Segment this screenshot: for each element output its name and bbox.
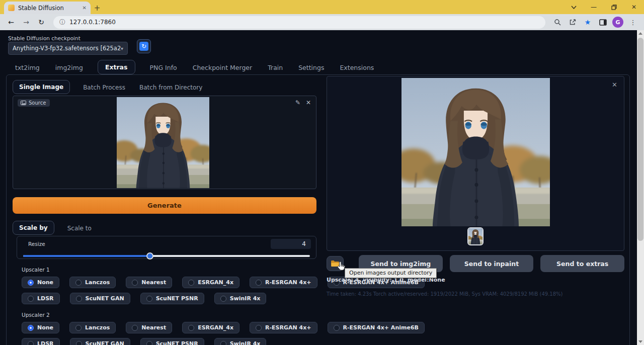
tab-img2img[interactable]: img2img [54, 61, 84, 74]
radio-icon [75, 280, 82, 286]
radio-icon [146, 296, 152, 302]
share-icon[interactable] [567, 16, 579, 28]
upscaler2-option-scunet-psnr[interactable]: ScuNET PSNR [140, 338, 204, 345]
slider-thumb[interactable] [146, 252, 153, 260]
send-to-inpaint-button[interactable]: Send to inpaint [450, 255, 534, 272]
folder-tooltip: Open images output directory [345, 268, 437, 278]
checkpoint-label: Stable Diffusion checkpoint [8, 35, 80, 41]
zoom-icon[interactable] [551, 16, 564, 28]
window-controls: — ✕ [564, 0, 644, 14]
tab-list-chevron-icon[interactable] [564, 0, 584, 14]
thumbnail-strip [327, 227, 624, 245]
input-mode-tabs: Single Image Batch Process Batch from Di… [13, 79, 316, 94]
browser-menu-icon[interactable]: ⋮ [627, 16, 639, 28]
radio-icon [146, 341, 152, 345]
tab-scale-to[interactable]: Scale to [66, 222, 93, 235]
radio-icon [334, 325, 340, 331]
upscaler2-option-resrgan-anime6b[interactable]: R-ESRGAN 4x+ Anime6B [328, 322, 425, 333]
tab-single-image[interactable]: Single Image [13, 80, 70, 94]
scrollbar-thumb[interactable] [637, 38, 643, 241]
result-image[interactable] [401, 78, 550, 226]
side-panel-icon[interactable] [597, 16, 609, 28]
upscaler2-option-scunet-gan[interactable]: ScuNET GAN [70, 338, 130, 345]
radio-icon [220, 296, 226, 302]
stable-diffusion-webui: Stable Diffusion checkpoint Anything-V3-… [0, 30, 637, 345]
upscaler1-option-nearest[interactable]: Nearest [126, 277, 172, 288]
upscaler1-option-resrgan4x[interactable]: R-ESRGAN 4x+ [250, 277, 317, 288]
upscaler2-option-lanczos[interactable]: Lanczos [69, 322, 116, 333]
result-thumbnail[interactable] [467, 227, 484, 245]
refresh-checkpoints-button[interactable]: ↻ [137, 39, 151, 53]
site-info-icon[interactable]: ⓘ [59, 18, 65, 27]
scrollbar-down-icon[interactable] [637, 338, 644, 345]
upscaler2-option-ldsr[interactable]: LDSR [22, 338, 60, 345]
upscaler1-option-scunet-gan[interactable]: ScuNET GAN [70, 293, 130, 304]
restore-icon[interactable] [604, 0, 624, 14]
generate-button[interactable]: Generate [13, 197, 316, 214]
radio-icon [76, 296, 82, 302]
source-image-dropzone[interactable]: Source ✎ ✕ [13, 96, 316, 189]
minimize-icon[interactable]: — [584, 0, 604, 14]
resize-value-input[interactable]: 4 [271, 239, 311, 249]
upscaler1-option-esrgan4x[interactable]: ESRGAN_4x [182, 277, 239, 288]
browser-toolbar: ← → ↻ ⓘ 127.0.0.1:7860 ★ G ⋮ [0, 14, 644, 30]
extras-panel: Single Image Batch Process Batch from Di… [6, 74, 630, 345]
upscaler2-option-none[interactable]: None [22, 322, 59, 333]
radio-icon [188, 325, 194, 331]
close-window-icon[interactable]: ✕ [624, 0, 644, 14]
tab-txt2img[interactable]: txt2img [14, 61, 41, 74]
new-tab-button[interactable]: + [91, 2, 104, 14]
refresh-icon: ↻ [139, 42, 148, 51]
source-chip: Source [18, 99, 50, 107]
tab-close-icon[interactable]: ✕ [83, 5, 87, 11]
radio-icon [28, 341, 34, 345]
forward-icon[interactable]: → [20, 16, 32, 28]
edit-image-icon[interactable]: ✎ [295, 99, 300, 106]
upscaler2-option-resrgan4x[interactable]: R-ESRGAN 4x+ [250, 322, 317, 333]
tab-title: Stable Diffusion [18, 5, 79, 12]
upscaler1-option-swinir4x[interactable]: SwinIR 4x [214, 293, 267, 304]
close-gallery-icon[interactable]: ✕ [612, 81, 617, 89]
checkpoint-dropdown[interactable]: Anything-V3-fp32.safetensors [625a2ba2] … [8, 42, 128, 55]
upscaler-1-label: Upscaler 1 [13, 267, 316, 273]
clear-image-icon[interactable]: ✕ [306, 99, 311, 106]
thumbnail-image [468, 228, 482, 244]
radio-selected-icon [28, 280, 34, 286]
back-icon[interactable]: ← [5, 16, 17, 28]
scrollbar-up-icon[interactable] [637, 30, 644, 37]
upscaler2-option-esrgan4x[interactable]: ESRGAN_4x [182, 322, 239, 333]
tab-scale-by[interactable]: Scale by [13, 221, 54, 235]
upscaler2-option-swinir4x[interactable]: SwinIR 4x [214, 338, 267, 345]
tab-png-info[interactable]: PNG Info [149, 61, 178, 74]
upscaler-2-label: Upscaler 2 [13, 312, 316, 318]
tab-extensions[interactable]: Extensions [339, 61, 375, 74]
image-icon [21, 101, 26, 105]
reload-icon[interactable]: ↻ [35, 16, 47, 28]
tab-extras[interactable]: Extras [98, 60, 135, 74]
resize-label: Resize [22, 241, 45, 247]
upscaler2-option-nearest[interactable]: Nearest [126, 322, 172, 333]
url-text: 127.0.0.1:7860 [69, 19, 116, 26]
send-to-extras-button[interactable]: Send to extras [540, 255, 624, 272]
profile-avatar[interactable]: G [612, 16, 624, 28]
tab-batch-process[interactable]: Batch Process [82, 81, 126, 94]
browser-tab[interactable]: Stable Diffusion ✕ [4, 2, 91, 14]
upscaler1-option-ldsr[interactable]: LDSR [22, 293, 60, 304]
chevron-down-icon: ▾ [121, 46, 123, 51]
radio-selected-icon [28, 325, 34, 331]
radio-icon [220, 341, 226, 345]
tab-checkpoint-merger[interactable]: Checkpoint Merger [192, 61, 253, 74]
upscaler1-option-none[interactable]: None [22, 277, 59, 288]
resize-slider[interactable] [22, 252, 311, 260]
upscaler1-option-lanczos[interactable]: Lanczos [69, 277, 116, 288]
result-gallery-panel: ✕ [327, 76, 624, 251]
screen: Stable Diffusion ✕ + — ✕ ← → ↻ ⓘ 127.0.0… [0, 0, 644, 345]
upscaler-2-group: Upscaler 2 None Lanczos Nearest ESRGAN_4… [13, 312, 316, 345]
bookmark-star-icon[interactable]: ★ [582, 16, 594, 28]
resize-panel: Resize 4 [17, 236, 316, 259]
tab-settings[interactable]: Settings [297, 61, 325, 74]
upscaler1-option-scunet-psnr[interactable]: ScuNET PSNR [140, 293, 204, 304]
tab-train[interactable]: Train [267, 61, 284, 74]
address-bar[interactable]: ⓘ 127.0.0.1:7860 [53, 16, 545, 29]
tab-batch-from-directory[interactable]: Batch from Directory [138, 81, 203, 94]
